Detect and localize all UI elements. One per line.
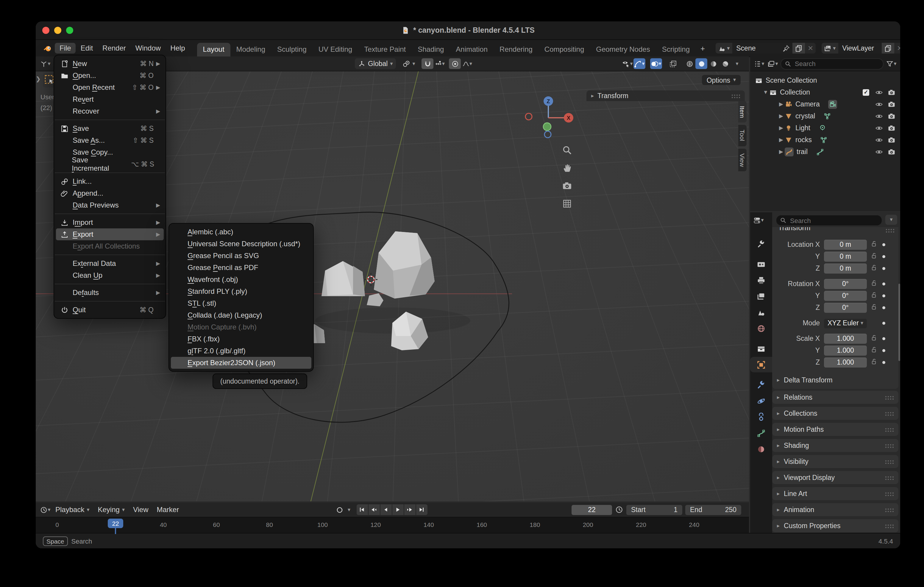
outliner-search[interactable] bbox=[780, 58, 883, 69]
properties-tab-collection[interactable] bbox=[750, 341, 772, 356]
transform-orientation-dropdown[interactable]: Global▾ bbox=[355, 58, 396, 69]
next-keyframe-button[interactable] bbox=[404, 504, 415, 515]
playhead-line[interactable] bbox=[115, 528, 116, 534]
workspace-tab-scripting[interactable]: Scripting bbox=[656, 43, 696, 56]
properties-tab-modifiers[interactable] bbox=[750, 377, 772, 393]
shading-dropdown[interactable]: ▾ bbox=[731, 58, 743, 69]
properties-editor-type-button[interactable]: ▾ bbox=[752, 215, 764, 225]
chevron-right-icon[interactable]: ▶ bbox=[777, 137, 785, 143]
view-layer-remove-button[interactable]: ✕ bbox=[894, 43, 900, 54]
lock-icon[interactable] bbox=[870, 239, 878, 250]
file-menu-item-clean-up[interactable]: Clean Up▶ bbox=[54, 270, 165, 281]
lock-icon[interactable] bbox=[870, 357, 878, 368]
scene-name-field[interactable]: Scene bbox=[732, 43, 793, 54]
export-item-alembic-abc[interactable]: Alembic (.abc) bbox=[169, 226, 313, 238]
view-layer-browse-button[interactable]: ▾ bbox=[822, 43, 838, 54]
workspace-tab-compositing[interactable]: Compositing bbox=[538, 43, 590, 56]
gizmo-y-axis[interactable] bbox=[543, 123, 551, 130]
value-field[interactable]: 0° bbox=[824, 291, 867, 301]
export-item-stl-stl[interactable]: STL (.stl) bbox=[169, 298, 313, 309]
pin-icon[interactable] bbox=[783, 44, 790, 52]
panel-drag-handle[interactable] bbox=[885, 443, 894, 447]
animate-property-dot[interactable] bbox=[882, 243, 885, 246]
chevron-down-icon[interactable]: ▼ bbox=[762, 89, 769, 95]
file-menu-item-export[interactable]: Export▶ bbox=[56, 229, 164, 240]
value-field[interactable]: 0 m bbox=[824, 251, 867, 261]
navigation-gizmo[interactable]: Z X bbox=[525, 96, 573, 138]
value-field[interactable]: 0° bbox=[824, 303, 867, 312]
export-item-collada-dae-legacy[interactable]: Collada (.dae) (Legacy) bbox=[169, 309, 313, 321]
workspace-tab-sculpting[interactable]: Sculpting bbox=[271, 43, 313, 56]
properties-filter-dropdown[interactable]: ▾ bbox=[885, 215, 897, 225]
add-workspace-button[interactable]: + bbox=[696, 43, 710, 54]
close-window-button[interactable] bbox=[42, 27, 50, 34]
menubar-render[interactable]: Render bbox=[97, 43, 131, 54]
view-layer-new-button[interactable] bbox=[882, 43, 894, 54]
export-item-gltf-2-0-glb-gltf[interactable]: glTF 2.0 (.glb/.gltf) bbox=[169, 345, 313, 357]
scene-new-button[interactable] bbox=[793, 43, 805, 54]
current-frame-field[interactable]: 22 bbox=[571, 505, 612, 515]
properties-tab-material[interactable] bbox=[750, 441, 772, 457]
chevron-right-icon[interactable]: ▶ bbox=[777, 101, 785, 107]
toggle-ortho-button[interactable] bbox=[559, 196, 574, 210]
outliner-row-scene-collection[interactable]: Scene Collection bbox=[750, 74, 900, 86]
shading-wireframe-button[interactable] bbox=[683, 58, 695, 69]
hide-in-viewport-toggle[interactable] bbox=[873, 112, 885, 120]
pan-view-button[interactable] bbox=[559, 161, 574, 175]
workspace-tab-texture-paint[interactable]: Texture Paint bbox=[358, 43, 412, 56]
gizmos-toggle[interactable]: ▾ bbox=[634, 58, 645, 69]
hide-in-viewport-toggle[interactable] bbox=[873, 124, 885, 132]
panel-relations[interactable]: ▸Relations bbox=[772, 391, 898, 404]
outliner-row-camera[interactable]: ▶Camera bbox=[750, 98, 900, 110]
properties-search[interactable] bbox=[776, 215, 882, 226]
outliner-row-rocks[interactable]: ▶rocks bbox=[750, 134, 900, 146]
frame-end-field[interactable]: End250 bbox=[685, 505, 741, 515]
panel-drag-handle[interactable] bbox=[885, 428, 894, 431]
minimize-window-button[interactable] bbox=[54, 27, 61, 34]
export-item-grease-pencil-as-svg[interactable]: Grease Pencil as SVG bbox=[169, 250, 313, 262]
export-item-grease-pencil-as-pdf[interactable]: Grease Pencil as PDF bbox=[169, 262, 313, 274]
properties-tab-scene[interactable] bbox=[750, 304, 772, 320]
frame-start-field[interactable]: Start1 bbox=[626, 505, 682, 515]
outliner-row-crystal[interactable]: ▶crystal bbox=[750, 110, 900, 122]
disable-in-renders-toggle[interactable] bbox=[885, 100, 898, 108]
lock-icon[interactable] bbox=[870, 251, 878, 262]
workspace-tab-animation[interactable]: Animation bbox=[450, 43, 493, 56]
disable-in-renders-toggle[interactable] bbox=[885, 124, 898, 132]
panel-line-art[interactable]: ▸Line Art bbox=[772, 487, 898, 500]
timeline-ruler[interactable]: 040608010012014016018020022024022 bbox=[36, 518, 749, 534]
chevron-right-icon[interactable]: ▶ bbox=[777, 125, 785, 131]
outliner-row-trail[interactable]: ▶trail bbox=[750, 146, 900, 158]
value-field[interactable]: 0 m bbox=[824, 263, 867, 273]
value-field[interactable]: 1.000 bbox=[824, 357, 867, 367]
gizmo-z-neg[interactable] bbox=[544, 131, 551, 138]
export-item-fbx-fbx[interactable]: FBX (.fbx) bbox=[169, 333, 313, 345]
zoom-window-button[interactable] bbox=[66, 27, 73, 34]
viewport-options-button[interactable]: Options▾ bbox=[702, 75, 741, 85]
animate-property-dot[interactable] bbox=[882, 321, 885, 324]
panel-drag-handle[interactable] bbox=[731, 94, 740, 98]
panel-visibility[interactable]: ▸Visibility bbox=[772, 455, 898, 468]
menubar-help[interactable]: Help bbox=[165, 43, 190, 54]
jump-first-button[interactable] bbox=[356, 504, 368, 515]
properties-tab-constraints[interactable] bbox=[750, 409, 772, 425]
timeline-menu-keying[interactable]: Keying▾ bbox=[94, 504, 129, 515]
timeline-menu-playback[interactable]: Playback▾ bbox=[51, 504, 94, 515]
sidebar-tab-tool[interactable]: Tool bbox=[738, 125, 747, 146]
disable-in-renders-toggle[interactable] bbox=[885, 136, 898, 144]
panel-shading[interactable]: ▸Shading bbox=[772, 439, 898, 452]
panel-drag-handle[interactable] bbox=[885, 524, 894, 528]
workspace-tab-rendering[interactable]: Rendering bbox=[493, 43, 538, 56]
use-preview-range-button[interactable] bbox=[615, 505, 623, 514]
file-menu-item-link[interactable]: Link... bbox=[54, 176, 165, 187]
file-menu-item-open[interactable]: Open...⌘ O bbox=[54, 69, 165, 82]
file-menu-item-import[interactable]: Import▶ bbox=[54, 217, 165, 229]
scene-browse-button[interactable]: ▾ bbox=[716, 43, 732, 54]
animate-property-dot[interactable] bbox=[882, 361, 885, 364]
view-layer-name-field[interactable]: ViewLayer bbox=[838, 43, 882, 54]
file-menu-item-defaults[interactable]: Defaults▶ bbox=[54, 287, 165, 299]
pivot-point-dropdown[interactable]: ▾ bbox=[399, 58, 418, 69]
file-menu-item-quit[interactable]: Quit⌘ Q bbox=[54, 304, 165, 316]
properties-tab-tool[interactable] bbox=[750, 236, 772, 252]
sidebar-transform-panel-header[interactable]: ▸ Transform bbox=[586, 90, 745, 101]
